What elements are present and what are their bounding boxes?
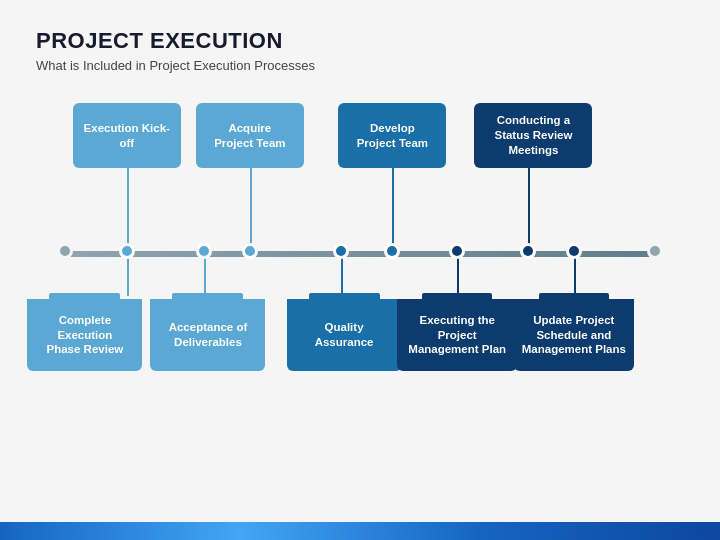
dot-8: [566, 243, 582, 259]
node-acceptance: Acceptance ofDeliverables: [150, 293, 265, 371]
dot-end: [647, 243, 663, 259]
node-develop-team: DevelopProject Team: [338, 103, 446, 168]
dot-6: [449, 243, 465, 259]
slide: PROJECT EXECUTION What is Included in Pr…: [0, 0, 720, 540]
node-quality: QualityAssurance: [287, 293, 402, 371]
node-execution-kickoff: Execution Kick-off: [73, 103, 181, 168]
bot-conn-quality: [341, 254, 343, 296]
diagram: Execution Kick-off AcquireProject Team D…: [36, 103, 684, 463]
page-subtitle: What is Included in Project Execution Pr…: [36, 58, 684, 73]
page-title: PROJECT EXECUTION: [36, 28, 684, 54]
dot-2: [196, 243, 212, 259]
bot-conn-acceptance: [204, 254, 206, 296]
node-status-review: Conducting aStatus ReviewMeetings: [474, 103, 592, 168]
dot-4: [333, 243, 349, 259]
node-acquire-team: AcquireProject Team: [196, 103, 304, 168]
node-update-schedule: Update ProjectSchedule andManagement Pla…: [514, 293, 634, 371]
bot-conn-update: [574, 254, 576, 296]
connector-status: [528, 168, 530, 252]
bot-conn-executing: [457, 254, 459, 296]
connector-kickoff: [127, 168, 129, 252]
node-complete-execution: CompleteExecutionPhase Review: [27, 293, 142, 371]
node-executing-plan: Executing theProjectManagement Plan: [397, 293, 517, 371]
dot-5: [384, 243, 400, 259]
bot-conn-complete: [127, 254, 129, 296]
connector-acquire: [250, 168, 252, 252]
dot-3: [242, 243, 258, 259]
connector-develop: [392, 168, 394, 252]
dot-1: [119, 243, 135, 259]
dot-start: [57, 243, 73, 259]
dot-7: [520, 243, 536, 259]
